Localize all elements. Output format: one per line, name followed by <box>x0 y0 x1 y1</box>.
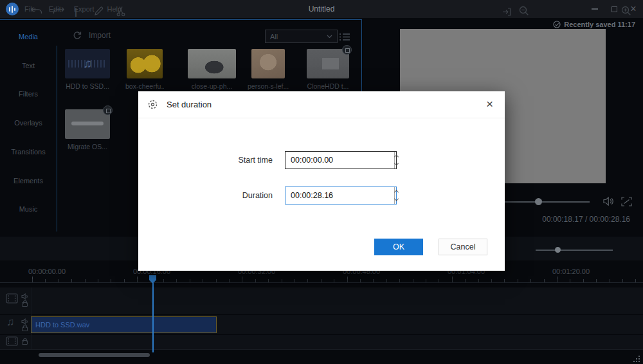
gear-icon <box>147 99 158 110</box>
scissors-icon <box>116 6 126 17</box>
sidebar-divider <box>57 46 57 232</box>
speaker-icon <box>603 196 615 206</box>
film-strip-icon <box>6 336 18 349</box>
media-item-thumbnail[interactable]: ♫ <box>65 49 110 78</box>
dialog-header: Set duration × <box>138 91 505 118</box>
ok-button[interactable]: OK <box>374 239 423 255</box>
start-time-input[interactable] <box>285 152 394 168</box>
sidebar-item-text[interactable]: Text <box>0 62 57 69</box>
ruler-label: 00:01:20.00 <box>552 268 590 275</box>
import-button[interactable]: Import <box>72 30 111 41</box>
cancel-button[interactable]: Cancel <box>439 239 487 255</box>
check-circle-icon <box>553 21 561 28</box>
media-badge-icon <box>103 105 113 115</box>
start-time-decrement-button[interactable] <box>395 160 398 168</box>
media-item-thumbnail[interactable] <box>307 49 349 78</box>
speaker-icon <box>21 293 29 300</box>
horizontal-scrollbar[interactable] <box>39 353 150 357</box>
media-item-thumbnail[interactable] <box>65 109 110 139</box>
save-status-text: Recently saved 11:17 <box>564 21 635 28</box>
time-display: 00:00:18.17 / 00:00:28.16 <box>542 215 630 224</box>
pencil-icon <box>94 6 104 16</box>
zoom-in-button[interactable] <box>620 5 632 19</box>
media-item-label: close-up-ph... <box>186 82 237 91</box>
set-duration-dialog: Set duration × Start time Duration OK Ca… <box>138 91 505 271</box>
app-root: File Edit Export Help Untitled × Media T… <box>0 0 643 364</box>
send-to-timeline-button[interactable] <box>502 7 511 19</box>
edit-button[interactable] <box>94 6 104 19</box>
media-item-label: person-s-lef... <box>248 82 289 91</box>
overlay-track[interactable] <box>0 335 643 349</box>
music-note-icon: ♫ <box>83 57 92 71</box>
track-bottom-divider <box>0 349 643 350</box>
dialog-close-icon[interactable]: × <box>484 91 496 118</box>
undo-icon <box>30 6 43 15</box>
duration-input[interactable] <box>285 187 394 204</box>
dialog-title: Set duration <box>167 100 212 109</box>
media-item-label: HDD to SSD... <box>65 82 110 91</box>
track-lock-button[interactable] <box>22 327 28 331</box>
duration-field <box>285 187 397 205</box>
media-item-label: box-cheerfu... <box>125 82 164 91</box>
window-controls: × <box>585 0 643 18</box>
cut-button[interactable] <box>116 6 126 19</box>
redo-button[interactable] <box>52 6 65 18</box>
sidebar-item-transitions[interactable]: Transitions <box>0 148 57 156</box>
sidebar-item-filters[interactable]: Filters <box>0 90 57 98</box>
list-view-icon <box>339 33 350 41</box>
zoom-out-icon <box>518 5 530 17</box>
audio-clip[interactable]: HDD to SSD.wav <box>31 316 217 333</box>
sidebar-item-media[interactable]: Media <box>0 33 57 41</box>
ruler-label: 00:00:00.00 <box>28 268 66 275</box>
save-status: Recently saved 11:17 <box>553 21 635 28</box>
undo-button[interactable] <box>30 6 43 18</box>
sidebar-item-overlays[interactable]: Overlays <box>0 119 57 127</box>
start-time-label: Start time <box>193 156 273 165</box>
minimize-button[interactable] <box>585 0 604 18</box>
volume-button[interactable] <box>603 196 615 209</box>
start-time-field <box>285 151 397 169</box>
media-filter-value: All <box>270 33 278 41</box>
fullscreen-button[interactable] <box>621 197 632 209</box>
zoom-out-button[interactable] <box>518 5 530 19</box>
media-item-thumbnail[interactable] <box>188 49 236 78</box>
seek-handle[interactable] <box>535 198 542 205</box>
media-item-thumbnail[interactable] <box>127 49 163 78</box>
film-strip-icon <box>6 293 18 306</box>
sidebar-item-music[interactable]: Music <box>0 205 57 213</box>
timeline-zoom-slider[interactable] <box>536 250 613 251</box>
video-track[interactable] <box>0 287 643 314</box>
start-time-increment-button[interactable] <box>395 152 398 160</box>
duration-label: Duration <box>193 191 273 200</box>
import-label: Import <box>89 31 111 40</box>
ruler-minor-ticks <box>32 279 643 282</box>
media-badge-icon <box>342 45 352 55</box>
speaker-icon <box>21 318 29 325</box>
track-lock-button[interactable] <box>22 340 28 345</box>
media-item-label: CloneHDD t... <box>305 82 350 91</box>
list-view-button[interactable] <box>339 32 350 44</box>
duration-decrement-button[interactable] <box>395 196 398 204</box>
expand-icon <box>621 197 632 206</box>
zoom-in-icon <box>620 5 632 17</box>
duration-increment-button[interactable] <box>395 187 398 196</box>
import-icon <box>72 30 82 41</box>
timeline-zoom-handle[interactable] <box>555 247 561 253</box>
redo-icon <box>52 6 65 15</box>
track-lock-button[interactable] <box>22 302 28 307</box>
sidebar-item-elements[interactable]: Elements <box>0 177 57 185</box>
split-button[interactable]: | <box>75 6 77 17</box>
media-filter-dropdown[interactable]: All <box>265 30 338 43</box>
media-item-thumbnail[interactable] <box>251 49 285 78</box>
media-item-label: Migrate OS... <box>65 143 110 151</box>
duration-spinner <box>394 187 398 204</box>
start-time-spinner <box>394 152 398 168</box>
chevron-down-icon <box>327 35 332 39</box>
playhead-line <box>152 283 154 352</box>
insert-bracket-icon <box>502 8 511 16</box>
audio-track-icon: ♫ <box>6 316 15 329</box>
resize-grip[interactable] <box>633 354 641 362</box>
